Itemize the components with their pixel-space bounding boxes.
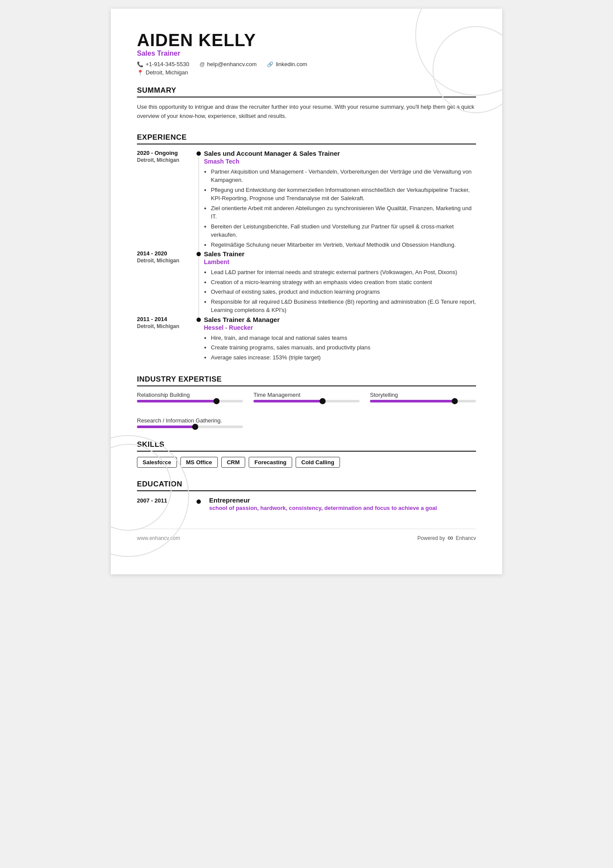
exp-bullet-dot [197, 151, 201, 156]
summary-text: Use this opportunity to intrigue and dra… [137, 103, 476, 121]
skill-bar-fill [137, 400, 217, 402]
exp-bullets: Lead L&D partner for internal needs and … [204, 268, 476, 315]
skills-title: SKILLS [137, 440, 476, 452]
education-table: 2007 - 2011 Entrepreneur school of passi… [137, 496, 476, 511]
exp-company: Hessel - Ruecker [204, 324, 476, 331]
experience-section: EXPERIENCE 2020 - Ongoing Detroit, Michi… [137, 133, 476, 363]
edu-dot-col [193, 496, 204, 511]
exp-bullet: Pflegung und Entwicklung der kommerziell… [211, 186, 476, 203]
skill-bar-item: Storytelling [370, 392, 476, 402]
edu-content: Entrepreneur school of passion, hardwork… [204, 496, 476, 511]
education-row: 2007 - 2011 Entrepreneur school of passi… [137, 496, 476, 511]
exp-bullet: Bereiten der Leistungsberichte, Fall stu… [211, 222, 476, 239]
skill-bar-dot [320, 398, 326, 404]
location-item: 📍 Detroit, Michigan [137, 69, 188, 76]
skill-bar-fill [253, 400, 323, 402]
experience-row: 2014 - 2020 Detroit, Michigan Sales Trai… [137, 250, 476, 316]
exp-job-title: Sales Trainer & Manager [204, 316, 476, 323]
summary-title: SUMMARY [137, 86, 476, 97]
location-icon: 📍 [137, 70, 143, 76]
skill-bar-label: Time Management [253, 392, 360, 398]
phone-item: 📞 +1-914-345-5530 [137, 61, 189, 67]
exp-date: 2011 - 2014 Detroit, Michigan [137, 316, 193, 363]
exp-bullet-dot [197, 252, 201, 256]
skill-tag: CRM [221, 457, 246, 468]
skill-bar-track [253, 400, 360, 402]
location-row: 📍 Detroit, Michigan [137, 69, 476, 76]
exp-job-title: Sales Trainer [204, 250, 476, 258]
exp-bullet: Create training programs, sales manuals,… [211, 343, 476, 352]
skill-bar-track [137, 426, 243, 428]
skill-bar-track [370, 400, 476, 402]
skill-bar-label: Storytelling [370, 392, 476, 398]
brand-name: Enhancv [456, 535, 476, 541]
exp-bullet: Partner Akquisition und Management - Ver… [211, 168, 476, 184]
exp-bullet: Responsible for all required L&D Busines… [211, 298, 476, 315]
expertise-row2: Research / Information Gathering. [137, 417, 476, 428]
phone-icon: 📞 [137, 61, 143, 67]
location-value: Detroit, Michigan [146, 69, 188, 76]
linkedin-icon: 🔗 [267, 61, 273, 67]
expertise-grid: Relationship Building Time Management St… [137, 392, 476, 428]
skill-tag: Cold Calling [296, 457, 340, 468]
footer-brand: Powered by ∞ Enhancv [417, 533, 476, 543]
education-title: EDUCATION [137, 480, 476, 491]
email-value: help@enhancv.com [207, 61, 257, 67]
exp-bullet: Ziel orientierte Arbeit mit anderen Abte… [211, 204, 476, 221]
exp-bullets: Hire, train, and manage local and nation… [204, 334, 476, 362]
experience-row: 2011 - 2014 Detroit, Michigan Sales Trai… [137, 316, 476, 363]
candidate-name: AIDEN KELLY [137, 30, 476, 50]
skill-bar-dot [452, 398, 458, 404]
edu-bullet-dot [197, 499, 201, 504]
edu-degree: Entrepreneur [209, 496, 476, 504]
linkedin-value: linkedin.com [276, 61, 307, 67]
exp-company: Smash Tech [204, 158, 476, 165]
resume-page: AIDEN KELLY Sales Trainer 📞 +1-914-345-5… [111, 9, 502, 574]
experience-title: EXPERIENCE [137, 133, 476, 144]
skill-tag: MS Office [180, 457, 218, 468]
email-item: @ help@enhancv.com [200, 61, 257, 67]
exp-date: 2014 - 2020 Detroit, Michigan [137, 250, 193, 316]
exp-content: Sales und Account Manager & Sales Traine… [204, 150, 476, 251]
exp-bullet: Creation of a micro-learning strategy wi… [211, 278, 476, 287]
exp-bullets: Partner Akquisition und Management - Ver… [204, 168, 476, 249]
powered-by-label: Powered by [417, 535, 445, 541]
skill-bar-fill [137, 426, 195, 428]
linkedin-item: 🔗 linkedin.com [267, 61, 307, 67]
edu-date: 2007 - 2011 [137, 496, 193, 511]
exp-dot-col [193, 150, 204, 251]
skill-bar-dot [213, 398, 220, 404]
skill-bar-item: Time Management [253, 392, 360, 402]
enhancv-logo-icon: ∞ [447, 533, 453, 543]
exp-date: 2020 - Ongoing Detroit, Michigan [137, 150, 193, 251]
skill-bar-label: Relationship Building [137, 392, 243, 398]
experience-row: 2020 - Ongoing Detroit, Michigan Sales u… [137, 150, 476, 251]
phone-value: +1-914-345-5530 [146, 61, 189, 67]
industry-expertise-title: INDUSTRY EXPERTISE [137, 375, 476, 386]
footer-website: www.enhancv.com [137, 535, 180, 541]
exp-bullet: Overhaul of existing sales, product and … [211, 288, 476, 296]
exp-bullet: Hire, train, and manage local and nation… [211, 334, 476, 342]
candidate-title: Sales Trainer [137, 50, 476, 57]
email-icon: @ [200, 61, 205, 67]
skills-tags: SalesforceMS OfficeCRMForecastingCold Ca… [137, 457, 476, 468]
exp-job-title: Sales und Account Manager & Sales Traine… [204, 150, 476, 157]
exp-bullet-dot [197, 318, 201, 322]
header-section: AIDEN KELLY Sales Trainer 📞 +1-914-345-5… [137, 30, 476, 76]
skill-bar-track [137, 400, 243, 402]
footer: www.enhancv.com Powered by ∞ Enhancv [137, 529, 476, 543]
exp-company: Lambent [204, 258, 476, 265]
industry-expertise-section: INDUSTRY EXPERTISE Relationship Building… [137, 375, 476, 428]
exp-bullet: Lead L&D partner for internal needs and … [211, 268, 476, 277]
skills-section: SKILLS SalesforceMS OfficeCRMForecasting… [137, 440, 476, 468]
skill-bar-item: Research / Information Gathering. [137, 417, 243, 428]
skill-tag: Salesforce [137, 457, 177, 468]
education-section: EDUCATION 2007 - 2011 Entrepreneur schoo… [137, 480, 476, 511]
skill-bar-label: Research / Information Gathering. [137, 417, 243, 424]
skill-tag: Forecasting [249, 457, 292, 468]
skill-bar-dot [192, 424, 198, 430]
skill-bar-fill [370, 400, 455, 402]
edu-school: school of passion, hardwork, consistency… [209, 505, 476, 511]
exp-content: Sales Trainer Lambent Lead L&D partner f… [204, 250, 476, 316]
exp-dot-col [193, 316, 204, 363]
